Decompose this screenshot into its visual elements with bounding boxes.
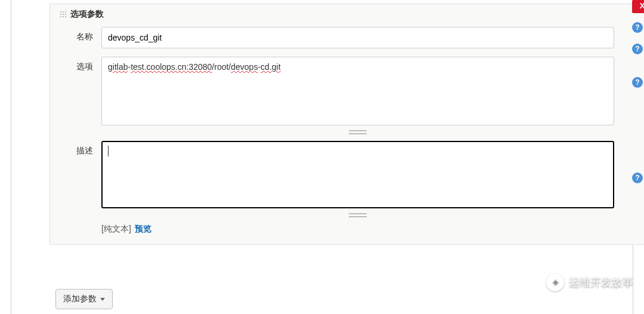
name-input[interactable] [101, 27, 614, 48]
close-icon: X [640, 1, 644, 10]
options-label: 选项 [60, 57, 101, 72]
help-icon[interactable]: ? [632, 77, 643, 88]
description-mode: [纯文本] 预览 [60, 224, 642, 235]
options-row: 选项 gitlab-test.coolops.cn:32080/root/dev… [60, 57, 642, 133]
section-title: 选项参数 [70, 9, 104, 20]
help-icon[interactable]: ? [632, 22, 643, 33]
watermark-logo-icon: ✦ [546, 273, 564, 291]
watermark-text: 运维开发故事 [569, 275, 633, 290]
plain-text-label: [纯文本] [101, 224, 131, 233]
preview-link[interactable]: 预览 [135, 224, 151, 233]
name-row: 名称 [60, 27, 642, 48]
choice-param-block: X 选项参数 名称 选项 gitlab-test.coolops.cn:3208… [49, 4, 644, 245]
help-icon[interactable]: ? [632, 173, 643, 183]
drag-handle-icon[interactable] [60, 11, 67, 18]
description-label: 描述 [60, 141, 101, 156]
description-textarea[interactable] [101, 141, 614, 208]
description-row: 描述 [60, 141, 642, 216]
resize-handle[interactable] [101, 210, 614, 216]
close-button[interactable]: X [632, 0, 644, 13]
help-icon[interactable]: ? [632, 44, 643, 54]
resize-handle[interactable] [101, 127, 614, 133]
text-cursor [108, 146, 109, 156]
options-textarea[interactable] [101, 57, 614, 125]
chevron-down-icon [100, 298, 105, 301]
add-param-button[interactable]: 添加参数 [55, 289, 113, 309]
add-param-label: 添加参数 [63, 294, 97, 304]
name-label: 名称 [60, 27, 101, 42]
watermark: ✦ 运维开发故事 [546, 273, 633, 291]
config-panel: X 选项参数 名称 选项 gitlab-test.coolops.cn:3208… [11, 0, 633, 314]
section-header: 选项参数 [60, 9, 642, 20]
